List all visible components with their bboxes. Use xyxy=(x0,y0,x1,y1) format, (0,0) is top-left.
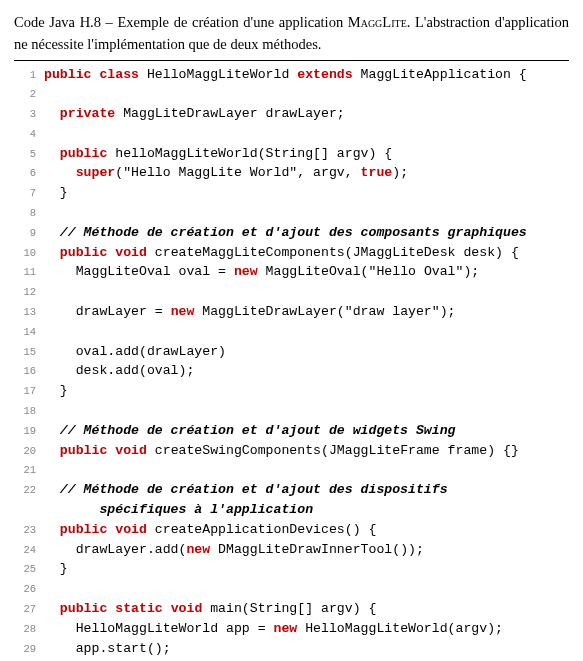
code-line: 18 xyxy=(14,401,569,421)
line-number: 17 xyxy=(14,384,44,400)
code-line: 14 xyxy=(14,322,569,342)
code-line: 2 xyxy=(14,84,569,104)
line-number: 11 xyxy=(14,265,44,281)
code-content xyxy=(44,460,569,480)
code-content: super("Hello MaggLite World", argv, true… xyxy=(44,163,569,183)
line-number: 24 xyxy=(14,543,44,559)
code-line: 29 app.start(); xyxy=(14,639,569,659)
line-number: 29 xyxy=(14,642,44,658)
code-line: 24 drawLayer.add(new DMaggLiteDrawInnerT… xyxy=(14,540,569,560)
code-line: 21 xyxy=(14,460,569,480)
line-number: 5 xyxy=(14,147,44,163)
listing-caption: Code Java H.8 – Exemple de création d'un… xyxy=(14,12,569,56)
code-content: MaggLiteOval oval = new MaggLiteOval("He… xyxy=(44,262,569,282)
code-line: 27 public static void main(String[] argv… xyxy=(14,599,569,619)
code-line: 7 } xyxy=(14,183,569,203)
top-rule xyxy=(14,60,569,61)
code-line: 25 } xyxy=(14,559,569,579)
code-content: } xyxy=(44,381,569,401)
code-line: 8 xyxy=(14,203,569,223)
code-listing: 1public class HelloMaggLiteWorld extends… xyxy=(14,65,569,662)
code-line: 4 xyxy=(14,124,569,144)
line-number: 25 xyxy=(14,562,44,578)
line-number: 21 xyxy=(14,463,44,479)
code-content xyxy=(44,322,569,342)
code-content: // Méthode de création et d'ajout de wid… xyxy=(44,421,569,441)
code-content xyxy=(44,124,569,144)
line-number: 10 xyxy=(14,246,44,262)
line-number: 14 xyxy=(14,325,44,341)
line-number: 26 xyxy=(14,582,44,598)
code-content xyxy=(44,282,569,302)
line-number: 20 xyxy=(14,444,44,460)
line-number: 2 xyxy=(14,87,44,103)
code-line: 19 // Méthode de création et d'ajout de … xyxy=(14,421,569,441)
code-line: 6 super("Hello MaggLite World", argv, tr… xyxy=(14,163,569,183)
caption-prefix: Code Java H.8 – Exemple de création d'un… xyxy=(14,14,348,30)
line-number: 23 xyxy=(14,523,44,539)
code-line: 12 xyxy=(14,282,569,302)
line-number: 27 xyxy=(14,602,44,618)
line-number: 9 xyxy=(14,226,44,242)
line-number: 15 xyxy=(14,345,44,361)
code-content: public helloMaggLiteWorld(String[] argv)… xyxy=(44,144,569,164)
line-number: 6 xyxy=(14,166,44,182)
line-number: 28 xyxy=(14,622,44,638)
code-line: 5 public helloMaggLiteWorld(String[] arg… xyxy=(14,144,569,164)
line-number: 16 xyxy=(14,364,44,380)
code-content: public void createMaggLiteComponents(JMa… xyxy=(44,243,569,263)
line-number: 1 xyxy=(14,68,44,84)
code-line: 9 // Méthode de création et d'ajout des … xyxy=(14,223,569,243)
code-line: 17 } xyxy=(14,381,569,401)
code-content: private MaggLiteDrawLayer drawLayer; xyxy=(44,104,569,124)
code-content xyxy=(44,84,569,104)
code-line: 11 MaggLiteOval oval = new MaggLiteOval(… xyxy=(14,262,569,282)
line-number: 3 xyxy=(14,107,44,123)
code-line: 3 private MaggLiteDrawLayer drawLayer; xyxy=(14,104,569,124)
code-line: 16 desk.add(oval); xyxy=(14,361,569,381)
line-number: 22 xyxy=(14,483,44,499)
code-line: 22 // Méthode de création et d'ajout des… xyxy=(14,480,569,500)
caption-appname: MaggLite xyxy=(348,14,407,30)
line-number: 7 xyxy=(14,186,44,202)
code-content: oval.add(drawLayer) xyxy=(44,342,569,362)
line-number: 13 xyxy=(14,305,44,321)
code-line: 13 drawLayer = new MaggLiteDrawLayer("dr… xyxy=(14,302,569,322)
code-content: desk.add(oval); xyxy=(44,361,569,381)
code-content: } xyxy=(44,559,569,579)
code-content: // Méthode de création et d'ajout des co… xyxy=(44,223,569,243)
code-line: 15 oval.add(drawLayer) xyxy=(14,342,569,362)
code-content xyxy=(44,579,569,599)
code-content: drawLayer = new MaggLiteDrawLayer("draw … xyxy=(44,302,569,322)
code-content: public void createApplicationDevices() { xyxy=(44,520,569,540)
code-line: 23 public void createApplicationDevices(… xyxy=(14,520,569,540)
line-number: 4 xyxy=(14,127,44,143)
line-number: 18 xyxy=(14,404,44,420)
code-content: spécifiques à l'application xyxy=(44,500,569,520)
line-number: 19 xyxy=(14,424,44,440)
code-line: 10 public void createMaggLiteComponents(… xyxy=(14,243,569,263)
code-line: 26 xyxy=(14,579,569,599)
code-line: 1public class HelloMaggLiteWorld extends… xyxy=(14,65,569,85)
code-line: spécifiques à l'application xyxy=(14,500,569,520)
code-content: public static void main(String[] argv) { xyxy=(44,599,569,619)
code-content: public class HelloMaggLiteWorld extends … xyxy=(44,65,569,85)
code-content: // Méthode de création et d'ajout des di… xyxy=(44,480,569,500)
code-content: } xyxy=(44,183,569,203)
code-content: app.start(); xyxy=(44,639,569,659)
code-content xyxy=(44,203,569,223)
line-number: 8 xyxy=(14,206,44,222)
line-number: 12 xyxy=(14,285,44,301)
code-line: 20 public void createSwingComponents(JMa… xyxy=(14,441,569,461)
code-content: public void createSwingComponents(JMaggL… xyxy=(44,441,569,461)
code-content: drawLayer.add(new DMaggLiteDrawInnerTool… xyxy=(44,540,569,560)
code-content: HelloMaggLiteWorld app = new HelloMaggLi… xyxy=(44,619,569,639)
code-line: 28 HelloMaggLiteWorld app = new HelloMag… xyxy=(14,619,569,639)
code-content xyxy=(44,401,569,421)
